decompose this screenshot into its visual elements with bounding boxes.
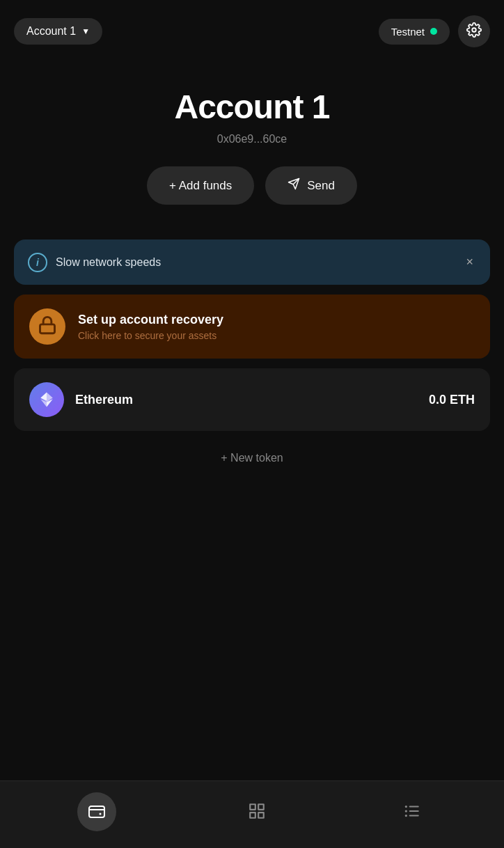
svg-rect-12	[250, 804, 255, 810]
ethereum-asset-card[interactable]: Ethereum 0.0 ETH	[14, 368, 490, 431]
close-icon: ×	[466, 255, 473, 269]
network-badge: Testnet	[379, 19, 450, 45]
send-label: Send	[307, 179, 335, 193]
notification-close-button[interactable]: ×	[463, 252, 476, 272]
send-icon	[288, 178, 300, 194]
action-buttons: + Add funds Send	[14, 166, 490, 205]
account-selector-button[interactable]: Account 1 ▼	[14, 18, 102, 45]
chevron-down-icon: ▼	[81, 26, 90, 36]
recovery-subtitle: Click here to secure your assets	[78, 330, 223, 341]
settings-button[interactable]	[458, 15, 490, 47]
apps-grid-icon	[248, 802, 266, 822]
wallet-icon	[88, 803, 106, 821]
add-funds-label: + Add funds	[169, 179, 232, 193]
list-icon	[403, 802, 421, 822]
svg-point-20	[405, 810, 407, 812]
top-right-controls: Testnet	[379, 15, 490, 47]
recovery-text: Set up account recovery Click here to se…	[78, 313, 223, 341]
notification-left: i Slow network speeds	[28, 253, 161, 272]
ethereum-icon	[29, 382, 64, 417]
nav-wallet-button[interactable]	[77, 792, 116, 831]
nav-activity-button[interactable]	[397, 796, 427, 828]
nav-apps-button[interactable]	[242, 796, 271, 828]
info-icon: i	[28, 253, 47, 272]
send-button[interactable]: Send	[265, 166, 357, 205]
new-token-button[interactable]: + New token	[0, 445, 504, 471]
account-title: Account 1	[14, 88, 490, 126]
notification-text: Slow network speeds	[56, 256, 161, 269]
account-selector-label: Account 1	[26, 25, 76, 38]
account-section: Account 1 0x06e9...60ce + Add funds Send	[0, 60, 504, 226]
account-address: 0x06e9...60ce	[14, 133, 490, 146]
bottom-nav	[0, 780, 504, 848]
gear-icon	[466, 22, 482, 41]
ethereum-balance: 0.0 ETH	[429, 393, 475, 407]
svg-point-19	[405, 805, 407, 807]
svg-point-0	[472, 28, 476, 32]
lock-icon	[38, 315, 57, 338]
cards-section: i Slow network speeds × Set up account r…	[0, 226, 504, 431]
svg-rect-13	[258, 804, 264, 810]
top-bar: Account 1 ▼ Testnet	[0, 0, 504, 60]
svg-rect-15	[258, 812, 264, 818]
recovery-card[interactable]: Set up account recovery Click here to se…	[14, 295, 490, 359]
svg-rect-14	[250, 812, 255, 818]
slow-network-notification: i Slow network speeds ×	[14, 240, 490, 285]
ethereum-name: Ethereum	[75, 393, 133, 407]
eth-left: Ethereum	[29, 382, 133, 417]
svg-rect-3	[40, 324, 55, 333]
recovery-title: Set up account recovery	[78, 313, 223, 327]
new-token-label: + New token	[221, 452, 283, 464]
svg-point-11	[99, 812, 101, 815]
network-label: Testnet	[391, 26, 425, 38]
svg-rect-10	[89, 806, 104, 817]
svg-point-21	[405, 814, 407, 816]
network-status-dot	[430, 28, 437, 35]
add-funds-button[interactable]: + Add funds	[147, 166, 254, 205]
recovery-icon-wrap	[29, 308, 65, 345]
